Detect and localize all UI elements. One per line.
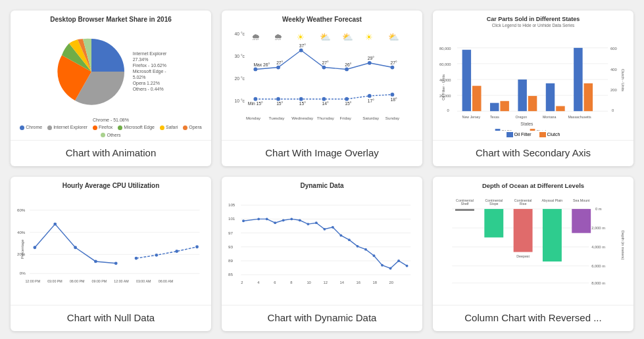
pie-label-ie: Internet Explorer — [133, 51, 167, 56]
svg-text:97: 97 — [228, 231, 233, 235]
svg-point-135 — [381, 264, 384, 267]
svg-text:Massachusetts: Massachusetts — [568, 115, 591, 119]
card-null-data[interactable]: Hourly Average CPU Utilization 60% 40% 2… — [11, 177, 211, 331]
svg-text:17°: 17° — [368, 99, 374, 103]
svg-text:14: 14 — [339, 281, 344, 284]
card-ocean-depth[interactable]: Depth of Ocean at Different Levels Conti… — [433, 177, 633, 331]
chart-weather: Weekly Weather Forecast 40 °c 30 °c 20 °… — [222, 11, 422, 140]
card-dynamic-data[interactable]: Dynamic Data 105 101 97 93 89 85 — [222, 177, 422, 331]
svg-point-131 — [348, 238, 351, 241]
svg-text:20: 20 — [389, 281, 393, 284]
pie-label-chrome-left: Chrome - 51.08% — [93, 118, 129, 122]
svg-rect-65 — [500, 101, 508, 111]
svg-text:Montana: Montana — [543, 115, 557, 119]
svg-text:Min 15°: Min 15° — [248, 101, 263, 106]
svg-point-128 — [323, 228, 326, 231]
svg-rect-66 — [518, 79, 526, 111]
pie-legend: Chrome Internet Explorer Firefox Microso… — [16, 125, 206, 137]
svg-text:Clutch: Clutch — [536, 129, 547, 131]
svg-point-125 — [299, 219, 301, 222]
svg-text:Thursday: Thursday — [317, 116, 335, 121]
svg-text:8,000 m: 8,000 m — [591, 281, 605, 285]
chart-null-data: Hourly Average CPU Utilization 60% 40% 2… — [11, 177, 211, 305]
svg-text:03:00 PM: 03:00 PM — [47, 279, 62, 283]
svg-rect-62 — [462, 50, 471, 111]
svg-text:15°: 15° — [276, 101, 283, 106]
card-label-dynamic: Chart with Dynamic Data — [222, 305, 422, 331]
svg-rect-71 — [584, 83, 593, 111]
svg-point-119 — [242, 220, 245, 223]
pie-label-opera: Opera 1.22% — [133, 81, 167, 85]
svg-text:10: 10 — [307, 281, 310, 284]
line-title: Hourly Average CPU Utilization — [16, 182, 206, 189]
svg-text:400: 400 — [610, 68, 617, 72]
svg-text:27°: 27° — [391, 60, 397, 65]
svg-text:States: States — [520, 122, 533, 126]
svg-point-132 — [357, 245, 359, 248]
pie-title: Desktop Browser Market Share in 2016 — [50, 16, 172, 23]
svg-text:12:00 PM: 12:00 PM — [25, 279, 40, 283]
svg-point-13 — [299, 49, 303, 53]
pie-label-ff: Firefox - 10.62% — [133, 63, 167, 68]
card-animation[interactable]: Desktop Browser Market Share in 2016 — [11, 11, 211, 166]
dynamic-title: Dynamic Data — [227, 182, 417, 189]
svg-text:12: 12 — [323, 281, 327, 284]
cpu-svg: 60% 40% 20% 0% Percentage — [16, 191, 206, 296]
svg-text:Deepest: Deepest — [516, 254, 530, 258]
svg-rect-64 — [490, 103, 499, 112]
svg-text:Rise: Rise — [520, 202, 527, 206]
svg-rect-68 — [546, 83, 555, 111]
svg-text:⛅: ⛅ — [342, 32, 353, 43]
svg-text:60,000: 60,000 — [439, 62, 451, 66]
svg-text:30 °c: 30 °c — [235, 54, 245, 58]
svg-text:Shelf: Shelf — [460, 202, 469, 206]
svg-text:Oil Filter - Units: Oil Filter - Units — [441, 74, 445, 101]
svg-text:20 °c: 20 °c — [235, 76, 245, 81]
svg-point-14 — [322, 66, 326, 70]
svg-point-127 — [315, 221, 318, 224]
svg-rect-173 — [572, 209, 591, 233]
svg-rect-170 — [514, 209, 533, 252]
pie-label-edge: Microsoft Edge - — [133, 69, 167, 74]
card-label-null: Chart with Null Data — [11, 305, 211, 331]
svg-text:6: 6 — [274, 281, 276, 284]
svg-point-134 — [373, 254, 376, 257]
svg-text:14°: 14° — [322, 101, 329, 106]
svg-text:4,000 m: 4,000 m — [591, 245, 605, 249]
card-secondary-axis[interactable]: Car Parts Sold in Different States Click… — [433, 11, 633, 166]
svg-text:93: 93 — [228, 244, 233, 249]
svg-point-98 — [175, 250, 178, 253]
svg-point-126 — [307, 223, 309, 225]
svg-point-17 — [391, 66, 395, 70]
svg-text:16: 16 — [357, 281, 360, 284]
card-image-overlay[interactable]: Weekly Weather Forecast 40 °c 30 °c 20 °… — [222, 11, 422, 166]
svg-text:80,000: 80,000 — [439, 47, 451, 51]
chart-animation: Desktop Browser Market Share in 2016 — [11, 11, 211, 140]
svg-point-25 — [253, 97, 257, 101]
weather-title: Weekly Weather Forecast — [227, 16, 417, 23]
chart-ocean: Depth of Ocean at Different Levels Conti… — [433, 177, 633, 305]
svg-text:Sea Mount: Sea Mount — [573, 198, 590, 202]
svg-text:06:00 PM: 06:00 PM — [70, 279, 85, 283]
svg-text:4: 4 — [257, 281, 260, 284]
svg-point-136 — [389, 267, 392, 270]
svg-point-99 — [195, 246, 199, 249]
svg-text:12:00 AM: 12:00 AM — [114, 279, 128, 283]
pie-chart-svg — [55, 35, 128, 108]
svg-text:0 m: 0 m — [595, 207, 602, 211]
svg-text:8: 8 — [290, 281, 292, 284]
svg-text:2: 2 — [241, 281, 243, 284]
svg-text:Monday: Monday — [246, 116, 261, 121]
svg-text:06:00 AM: 06:00 AM — [159, 279, 173, 283]
bar-subtitle: Click Legend to Hide or Unhide Data Seri… — [438, 23, 628, 28]
svg-point-137 — [397, 260, 400, 262]
svg-text:15°: 15° — [345, 101, 351, 106]
svg-point-129 — [332, 226, 334, 229]
svg-rect-172 — [543, 209, 562, 261]
svg-text:10 °c: 10 °c — [235, 99, 245, 103]
svg-text:🌧: 🌧 — [251, 32, 260, 42]
ocean-title: Depth of Ocean at Different Levels — [438, 182, 628, 189]
svg-text:27°: 27° — [322, 60, 329, 65]
svg-text:Oregon: Oregon — [516, 115, 528, 119]
chart-grid: Desktop Browser Market Share in 2016 — [11, 11, 633, 331]
